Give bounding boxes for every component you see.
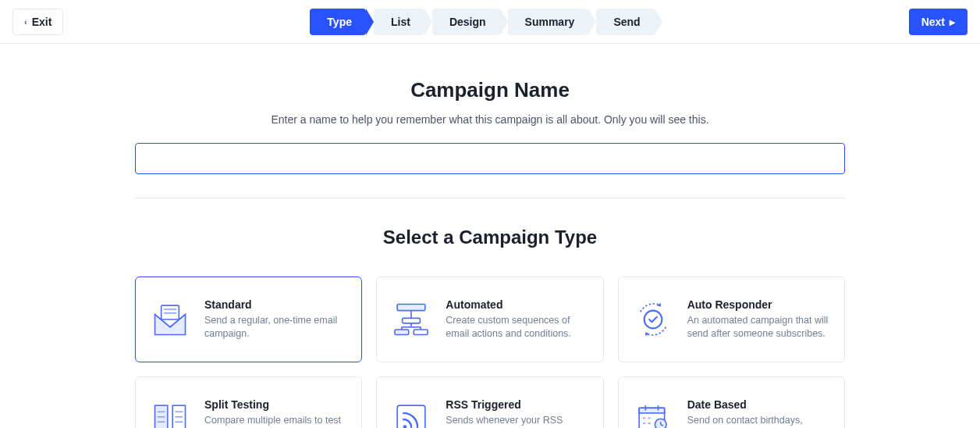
top-bar: ‹ Exit Type List Design Summary Send Nex… (0, 0, 980, 44)
step-list[interactable]: List (374, 9, 424, 35)
exit-button-label: Exit (32, 16, 52, 28)
step-label: Summary (525, 16, 575, 28)
svg-rect-6 (414, 330, 428, 335)
campaign-type-rss[interactable]: RSS Triggered Sends whenever your RSS ba… (376, 376, 603, 428)
flowchart-icon (391, 299, 431, 340)
caret-right-icon: ▸ (950, 16, 955, 28)
card-title: Automated (446, 298, 588, 311)
card-text: Split Testing Compare multiple emails to… (204, 398, 347, 429)
next-button[interactable]: Next ▸ (909, 9, 968, 35)
campaign-type-auto-responder[interactable]: Auto Responder An automated campaign tha… (618, 276, 845, 362)
svg-rect-5 (395, 330, 409, 335)
page-title: Campaign Name (135, 78, 845, 102)
card-title: Date Based (687, 398, 830, 411)
wizard-steps: Type List Design Summary Send (310, 9, 662, 35)
card-text: RSS Triggered Sends whenever your RSS ba… (446, 398, 588, 429)
card-text: Automated Create custom sequences of ema… (446, 298, 588, 341)
page-subtitle: Enter a name to help you remember what t… (135, 113, 845, 126)
main-content: Campaign Name Enter a name to help you r… (135, 44, 845, 428)
calendar-clock-icon (633, 399, 673, 428)
svg-rect-3 (397, 305, 425, 311)
card-desc: Send a regular, one-time email campaign. (204, 314, 347, 341)
section-title: Select a Campaign Type (135, 226, 845, 248)
envelope-icon (150, 299, 190, 340)
divider (135, 198, 845, 198)
card-desc: Send on contact birthdays, anniversaries… (687, 414, 830, 429)
split-test-icon (150, 399, 190, 428)
card-text: Date Based Send on contact birthdays, an… (687, 398, 830, 429)
svg-rect-4 (403, 318, 421, 323)
card-text: Standard Send a regular, one-time email … (204, 298, 347, 341)
card-desc: Sends whenever your RSS based feed is up… (446, 414, 588, 429)
card-title: Auto Responder (687, 298, 830, 311)
campaign-type-grid: Standard Send a regular, one-time email … (135, 276, 845, 428)
step-type[interactable]: Type (310, 9, 366, 35)
step-label: Send (613, 16, 640, 28)
campaign-type-standard[interactable]: Standard Send a regular, one-time email … (135, 276, 362, 362)
card-desc: An automated campaign that will send aft… (687, 314, 830, 341)
chevron-left-icon: ‹ (24, 17, 27, 27)
card-desc: Create custom sequences of email actions… (446, 314, 588, 341)
card-title: RSS Triggered (446, 398, 588, 411)
exit-button[interactable]: ‹ Exit (12, 9, 63, 35)
rss-icon (391, 399, 431, 428)
campaign-name-input[interactable] (135, 143, 845, 174)
card-desc: Compare multiple emails to test which wo… (204, 414, 347, 429)
step-summary[interactable]: Summary (508, 9, 589, 35)
card-title: Split Testing (204, 398, 347, 411)
campaign-type-date-based[interactable]: Date Based Send on contact birthdays, an… (618, 376, 845, 428)
campaign-type-automated[interactable]: Automated Create custom sequences of ema… (376, 276, 603, 362)
svg-point-12 (644, 311, 662, 329)
step-label: Design (449, 16, 486, 28)
step-label: List (391, 16, 410, 28)
step-design[interactable]: Design (432, 9, 500, 35)
step-label: Type (327, 16, 352, 28)
campaign-type-split-testing[interactable]: Split Testing Compare multiple emails to… (135, 376, 362, 428)
next-button-label: Next (921, 16, 945, 28)
svg-rect-24 (639, 408, 665, 413)
card-title: Standard (204, 298, 347, 311)
card-text: Auto Responder An automated campaign tha… (687, 298, 830, 341)
step-send[interactable]: Send (596, 9, 654, 35)
refresh-check-icon (633, 299, 673, 340)
